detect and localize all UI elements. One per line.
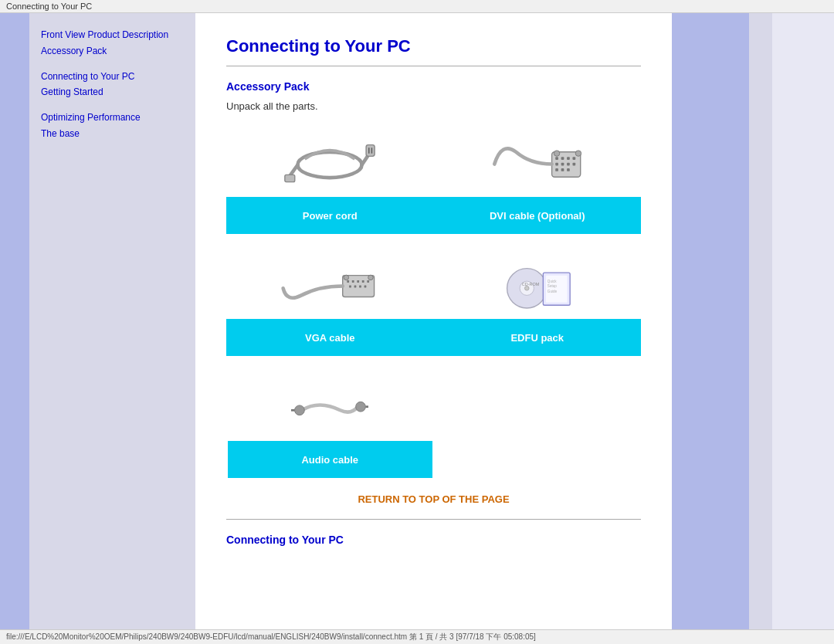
sidebar-link-accessory-pack[interactable]: Accessory Pack xyxy=(41,45,184,58)
svg-rect-42 xyxy=(295,405,305,415)
section-heading: Accessory Pack xyxy=(226,80,641,93)
svg-rect-28 xyxy=(354,285,357,287)
vga-cable-label: VGA cable xyxy=(226,319,434,356)
right-accent-outer xyxy=(772,13,834,644)
svg-rect-30 xyxy=(364,285,367,287)
svg-text:Setup: Setup xyxy=(548,284,557,288)
return-top-link[interactable]: RETURN TO TOP OF THE PAGE xyxy=(358,493,509,505)
svg-text:Guide: Guide xyxy=(548,289,558,293)
right-accent-inner xyxy=(672,13,749,644)
svg-rect-22 xyxy=(348,280,350,283)
svg-point-32 xyxy=(368,275,374,280)
sidebar: Front View Product Description Accessory… xyxy=(29,13,195,644)
sidebar-link-connecting[interactable]: Connecting to Your PC xyxy=(41,70,184,83)
sidebar-link-getting-started[interactable]: Getting Started xyxy=(41,86,184,99)
accessory-grid: Power cord xyxy=(226,127,641,234)
svg-rect-13 xyxy=(561,162,564,165)
svg-rect-27 xyxy=(349,285,351,287)
main-content: Connecting to Your PC Accessory Pack Unp… xyxy=(195,13,672,644)
right-panel xyxy=(672,13,834,644)
svg-rect-18 xyxy=(567,168,570,171)
sidebar-link-base[interactable]: The base xyxy=(41,127,184,141)
svg-rect-14 xyxy=(567,162,570,165)
edfu-pack-icon: CD-ROM Quick Setup Guide xyxy=(495,259,580,314)
svg-text:Quick: Quick xyxy=(548,279,557,283)
intro-text: Unpack all the parts. xyxy=(226,100,641,112)
right-accent-mid xyxy=(749,13,772,644)
power-cord-cell: Power cord xyxy=(226,127,434,234)
svg-rect-23 xyxy=(352,280,354,283)
power-cord-image xyxy=(283,127,376,197)
power-cord-icon xyxy=(283,137,376,192)
svg-rect-8 xyxy=(555,157,558,160)
status-bar-text: file:///E/LCD%20Monitor%20OEM/Philips/24… xyxy=(6,632,536,641)
svg-rect-29 xyxy=(359,285,361,287)
svg-point-31 xyxy=(344,275,349,280)
svg-rect-44 xyxy=(356,402,366,412)
status-bar: file:///E/LCD%20Monitor%20OEM/Philips/24… xyxy=(0,629,834,644)
svg-rect-12 xyxy=(555,162,558,165)
svg-rect-17 xyxy=(561,168,564,171)
sidebar-link-optimizing[interactable]: Optimizing Performance xyxy=(41,111,184,124)
title-bar: Connecting to Your PC xyxy=(0,0,834,13)
dvi-cable-image xyxy=(487,127,588,197)
page-title: Connecting to Your PC xyxy=(226,36,641,56)
power-cord-label: Power cord xyxy=(226,197,434,234)
edfu-pack-cell: CD-ROM Quick Setup Guide EDFU pack xyxy=(434,249,642,356)
audio-cable-image xyxy=(291,371,368,441)
bottom-divider xyxy=(226,519,641,520)
svg-rect-25 xyxy=(362,280,364,283)
accessory-grid-2: VGA cable CD-ROM xyxy=(226,249,641,356)
vga-cable-icon xyxy=(280,259,380,314)
svg-rect-9 xyxy=(561,157,564,160)
audio-cable-cell: Audio cable xyxy=(226,371,434,478)
vga-cable-cell: VGA cable xyxy=(226,249,434,356)
edfu-pack-label: EDFU pack xyxy=(434,319,642,356)
svg-rect-11 xyxy=(572,157,575,160)
audio-cable-icon xyxy=(291,381,368,436)
bottom-section-heading: Connecting to Your PC xyxy=(226,534,641,546)
dvi-cable-icon xyxy=(487,137,588,192)
accessory-grid-3: Audio cable xyxy=(226,371,641,478)
svg-point-19 xyxy=(554,150,559,155)
svg-rect-26 xyxy=(368,280,370,283)
return-link: RETURN TO TOP OF THE PAGE xyxy=(226,493,641,505)
svg-rect-24 xyxy=(358,280,360,283)
svg-rect-2 xyxy=(285,175,295,181)
dvi-cable-cell: DVI cable (Optional) xyxy=(434,127,642,234)
svg-point-35 xyxy=(524,286,529,290)
sidebar-link-front-view[interactable]: Front View Product Description xyxy=(41,29,184,42)
svg-text:CD-ROM: CD-ROM xyxy=(522,281,540,286)
svg-rect-4 xyxy=(366,144,375,156)
audio-cable-label: Audio cable xyxy=(228,441,432,478)
svg-rect-15 xyxy=(572,162,575,165)
vga-cable-image xyxy=(280,249,380,319)
title-bar-text: Connecting to Your PC xyxy=(6,2,92,11)
svg-rect-16 xyxy=(555,168,558,171)
top-divider xyxy=(226,66,641,66)
left-accent xyxy=(0,13,29,644)
svg-rect-10 xyxy=(567,157,570,160)
dvi-cable-label: DVI cable (Optional) xyxy=(434,197,642,234)
edfu-pack-image: CD-ROM Quick Setup Guide xyxy=(495,249,580,319)
empty-cell xyxy=(434,371,642,478)
svg-point-20 xyxy=(575,150,581,155)
